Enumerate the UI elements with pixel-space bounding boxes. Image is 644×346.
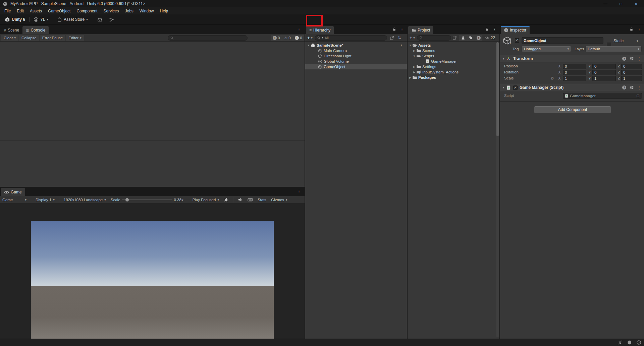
clear-button[interactable]: Clear ▾: [1, 35, 18, 41]
tab-console[interactable]: ≣ Console: [22, 26, 49, 34]
panel-menu-icon[interactable]: ⋮: [297, 189, 301, 194]
presets-icon[interactable]: [629, 85, 634, 90]
debug-toggle-button[interactable]: [221, 196, 231, 204]
maximize-button[interactable]: □: [613, 0, 629, 7]
menu-jobs[interactable]: Jobs: [122, 8, 136, 14]
rotation-x-field[interactable]: [563, 70, 586, 75]
help-icon[interactable]: ?: [622, 85, 626, 90]
panel-menu-icon[interactable]: ⋮: [492, 27, 497, 32]
debugger-detached-icon[interactable]: [618, 340, 623, 345]
layer-dropdown[interactable]: Default ▾: [585, 46, 642, 52]
play-mode-dropdown[interactable]: Play Focused ▾: [190, 196, 221, 204]
active-checkbox[interactable]: ✓: [515, 38, 519, 43]
rotation-y-input[interactable]: [593, 70, 615, 75]
scale-y-field[interactable]: [592, 76, 616, 81]
sort-icon[interactable]: ⇅: [398, 36, 401, 40]
menu-component[interactable]: Component: [73, 8, 100, 14]
scale-z-input[interactable]: [622, 76, 642, 81]
scale-x-input[interactable]: [563, 76, 586, 81]
editor-dropdown[interactable]: Editor ▾: [66, 35, 84, 41]
component-enabled-checkbox[interactable]: ✓: [513, 85, 518, 90]
tab-hierarchy[interactable]: ≡ Hierarchy: [306, 26, 334, 34]
project-search[interactable]: [417, 35, 451, 41]
foldout-open-icon[interactable]: ▼: [412, 55, 416, 58]
game-view-dropdown[interactable]: Game ▾: [0, 196, 29, 204]
menu-services[interactable]: Services: [100, 8, 122, 14]
close-button[interactable]: ×: [629, 0, 644, 7]
rotation-y-field[interactable]: [592, 70, 616, 75]
progress-check-icon[interactable]: [636, 340, 641, 345]
add-component-button[interactable]: Add Component: [534, 106, 611, 113]
position-x-input[interactable]: [563, 64, 586, 69]
foldout-closed-icon[interactable]: ▶: [412, 71, 416, 74]
scale-z-field[interactable]: [621, 76, 642, 81]
position-y-field[interactable]: [592, 64, 616, 69]
display-dropdown[interactable]: Display 1 ▾: [33, 196, 57, 204]
project-item-gamemanager[interactable]: GameManager: [408, 59, 496, 64]
hierarchy-item-global-volume[interactable]: Global Volume: [305, 59, 407, 64]
tab-scene[interactable]: # Scene: [1, 26, 22, 34]
component-menu-icon[interactable]: ⋮: [637, 56, 641, 61]
position-x-field[interactable]: [563, 64, 586, 69]
game-manager-header[interactable]: ▼ ✓ Game Manager (Script) ? ⋮: [500, 84, 644, 91]
unity-version-chip[interactable]: Unity 6: [3, 16, 27, 23]
version-control-button[interactable]: [107, 16, 116, 23]
search-by-type-button[interactable]: [459, 35, 467, 41]
scale-x-field[interactable]: [563, 76, 586, 81]
hierarchy-search-input[interactable]: [325, 36, 385, 40]
menu-assets[interactable]: Assets: [27, 8, 45, 14]
asset-store-dropdown[interactable]: Asset Store ▾: [55, 16, 90, 23]
scale-slider[interactable]: [122, 199, 172, 200]
menu-help[interactable]: Help: [157, 8, 171, 14]
gameobject-name-input[interactable]: [522, 38, 603, 44]
search-by-importance-button[interactable]: !: [475, 35, 482, 41]
create-dropdown[interactable]: + ▾: [305, 35, 315, 41]
lock-icon[interactable]: [629, 27, 634, 32]
info-count-badge[interactable]: ! 0: [271, 35, 282, 41]
scene-menu-icon[interactable]: ⋮: [399, 43, 404, 48]
transform-header[interactable]: ▼ Transform ? ⋮: [500, 55, 644, 62]
project-item-assets[interactable]: ▼ Assets: [408, 43, 496, 48]
mute-audio-button[interactable]: [235, 196, 245, 204]
resolution-dropdown[interactable]: 1920x1080 Landscape ▾: [61, 196, 108, 204]
project-item-scripts[interactable]: ▼ Scripts: [408, 53, 496, 59]
project-item-settings[interactable]: ▶ Settings: [408, 64, 496, 69]
foldout-closed-icon[interactable]: ▶: [412, 65, 416, 68]
error-pause-button[interactable]: Error Pause: [40, 35, 65, 41]
component-menu-icon[interactable]: ⋮: [637, 85, 641, 90]
error-count-badge[interactable]: ! 0: [293, 35, 304, 41]
gizmos-dropdown[interactable]: Gizmos ▾: [269, 196, 290, 204]
foldout-open-icon[interactable]: ▼: [408, 44, 412, 47]
project-item-scenes[interactable]: ▶ Scenes: [408, 48, 496, 53]
presets-icon[interactable]: [629, 56, 634, 61]
help-icon[interactable]: ?: [622, 57, 626, 61]
foldout-open-icon[interactable]: ▼: [502, 86, 505, 89]
scale-slider-knob[interactable]: [125, 198, 129, 201]
open-new-window-icon[interactable]: [390, 36, 394, 40]
foldout-closed-icon[interactable]: ▶: [408, 76, 412, 79]
position-z-field[interactable]: [621, 64, 642, 69]
rotation-z-field[interactable]: [621, 70, 642, 75]
project-search-input[interactable]: [424, 36, 449, 40]
position-y-input[interactable]: [593, 64, 615, 69]
console-splitter[interactable]: [0, 140, 305, 141]
tab-project[interactable]: Project: [408, 26, 433, 34]
project-scrollbar-thumb[interactable]: [496, 42, 499, 136]
chevron-down-icon[interactable]: ▾: [509, 42, 511, 45]
stats-button[interactable]: Stats: [255, 196, 269, 204]
scale-y-input[interactable]: [593, 76, 615, 81]
project-item-packages[interactable]: ▶ Packages: [408, 75, 496, 80]
minimize-button[interactable]: —: [598, 0, 613, 7]
lock-icon[interactable]: [392, 27, 396, 32]
lock-icon[interactable]: [485, 27, 489, 32]
rotation-z-input[interactable]: [622, 70, 642, 75]
gameobject-name-field[interactable]: [522, 37, 603, 44]
on-screen-keyboard-button[interactable]: [245, 196, 255, 204]
hierarchy-search[interactable]: ▾: [315, 35, 387, 41]
menu-window[interactable]: Window: [137, 8, 157, 14]
warning-count-badge[interactable]: ⚠ 0: [282, 35, 293, 41]
hierarchy-item-gameobject[interactable]: GameObject: [305, 64, 407, 69]
project-item-inputsystem-actions[interactable]: ▶ InputSystem_Actions: [408, 69, 496, 75]
panel-menu-icon[interactable]: ⋮: [400, 27, 404, 32]
collapse-button[interactable]: Collapse: [19, 35, 39, 41]
